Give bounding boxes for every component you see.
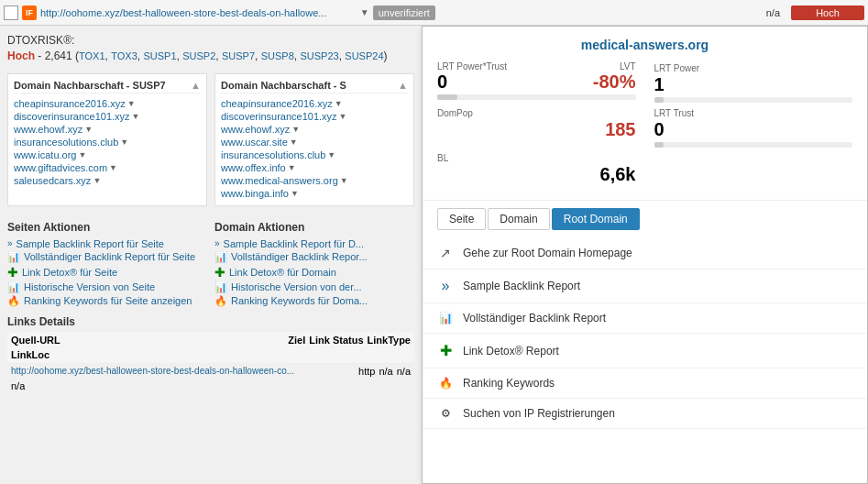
sample-backlink-report-seite[interactable]: » Sample Backlink Report für Seite bbox=[7, 237, 207, 250]
link-dropdown[interactable]: ▼ bbox=[291, 125, 300, 134]
list-item: www.giftadvices.com▼ bbox=[14, 161, 201, 174]
dtox-link-susp23[interactable]: SUSP23 bbox=[300, 50, 338, 61]
link-dropdown[interactable]: ▼ bbox=[291, 189, 299, 198]
menu-item-text: Link Detox® Report bbox=[463, 345, 852, 358]
menu-item-text: Suchen von IP Registrierungen bbox=[463, 407, 852, 420]
tab-seite[interactable]: Seite bbox=[437, 208, 486, 230]
link-dropdown[interactable]: ▼ bbox=[327, 150, 335, 160]
menu-item-goto-root[interactable]: ↗ Gehe zur Root Domain Homepage bbox=[423, 237, 867, 270]
link-dropdown[interactable]: ▼ bbox=[78, 150, 86, 160]
domain-susp-s-section: Domain Nachbarschaft - S ▲ cheapinsuranc… bbox=[214, 73, 414, 206]
history-icon: 📊 bbox=[7, 281, 20, 293]
susp7-scroll-up[interactable]: ▲ bbox=[191, 80, 201, 91]
plus-circle-icon: ✚ bbox=[437, 342, 454, 359]
tab-domain[interactable]: Domain bbox=[488, 208, 549, 230]
ranking-keywords-seite[interactable]: 🔥 Ranking Keywords für Seite anzeigen bbox=[7, 294, 207, 308]
bar-chart-icon: 📊 bbox=[437, 312, 454, 324]
link-dropdown[interactable]: ▼ bbox=[339, 112, 347, 121]
menu-item-ip-registrierungen[interactable]: ⚙ Suchen von IP Registrierungen bbox=[423, 399, 867, 429]
list-item: saleusedcars.xyz▼ bbox=[14, 174, 201, 187]
link-dropdown[interactable]: ▼ bbox=[84, 125, 93, 134]
col-ziel: Ziel bbox=[288, 335, 305, 346]
row-checkbox[interactable] bbox=[4, 6, 18, 20]
domain-link[interactable]: cheapinsurance2016.xyz bbox=[221, 97, 333, 110]
domain-link[interactable]: insurancesolutions.club bbox=[221, 148, 325, 161]
link-dropdown[interactable]: ▼ bbox=[109, 163, 117, 172]
link-detox-seite[interactable]: ✚ Link Detox® für Seite bbox=[7, 264, 207, 280]
col-quell-url: Quell-URL bbox=[11, 335, 284, 346]
lrt-power-trust-label: LRT Power*Trust bbox=[437, 61, 507, 72]
seiten-aktionen: Seiten Aktionen » Sample Backlink Report… bbox=[7, 221, 207, 308]
domain-link[interactable]: www.medical-answers.org bbox=[221, 174, 338, 187]
link-dropdown[interactable]: ▼ bbox=[93, 176, 101, 185]
link-dropdown[interactable]: ▼ bbox=[127, 99, 136, 108]
link-dropdown[interactable]: ▼ bbox=[288, 163, 296, 172]
susp-s-scroll-up[interactable]: ▲ bbox=[398, 80, 408, 91]
link-dropdown[interactable]: ▼ bbox=[340, 176, 348, 185]
dtox-link-tox3[interactable]: TOX3 bbox=[111, 50, 137, 61]
vollstaendiger-backlink-report-seite[interactable]: 📊 Vollständiger Backlink Report für Seit… bbox=[7, 250, 207, 264]
domain-link[interactable]: www.offex.info bbox=[221, 161, 286, 174]
domain-link[interactable]: www.icatu.org bbox=[14, 148, 76, 161]
dtox-link-susp1[interactable]: SUSP1 bbox=[143, 50, 176, 61]
list-item: www.icatu.org▼ bbox=[14, 148, 201, 161]
domain-link[interactable]: cheapinsurance2016.xyz bbox=[14, 97, 126, 110]
dtox-link-susp24[interactable]: SUSP24 bbox=[345, 50, 383, 61]
list-item: www.uscar.site▼ bbox=[221, 136, 408, 148]
domain-link[interactable]: www.ehowf.xyz bbox=[14, 123, 82, 136]
popup-overlay: medical-answers.org LRT Power*Trust LVT … bbox=[422, 26, 868, 484]
col-linkloc: LinkLoc bbox=[11, 349, 284, 360]
domain-link[interactable]: www.binga.info bbox=[221, 187, 289, 200]
domain-link[interactable]: discoverinsurance101.xyz bbox=[221, 110, 337, 123]
col-link-status: Link Status bbox=[309, 335, 363, 346]
historische-version-seite[interactable]: 📊 Historische Version von Seite bbox=[7, 280, 207, 294]
link-dropdown[interactable]: ▼ bbox=[335, 99, 343, 108]
plus-icon: ✚ bbox=[214, 265, 225, 280]
links-details-header: Quell-URL Ziel Link Status LinkType Link… bbox=[7, 332, 414, 363]
menu-item-link-detox[interactable]: ✚ Link Detox® Report bbox=[423, 334, 867, 368]
domain-link[interactable]: www.ehowf.xyz bbox=[221, 123, 290, 136]
domain-link[interactable]: www.uscar.site bbox=[221, 136, 288, 148]
url-dropdown[interactable]: ▼ bbox=[360, 7, 369, 17]
fire-icon: 🔥 bbox=[437, 377, 454, 390]
domain-link[interactable]: saleusedcars.xyz bbox=[14, 174, 91, 187]
menu-item-text: Vollständiger Backlink Report bbox=[463, 312, 852, 324]
dtox-link-susp8[interactable]: SUSP8 bbox=[261, 50, 294, 61]
actions-columns: Seiten Aktionen » Sample Backlink Report… bbox=[7, 214, 414, 308]
sample-backlink-report-domain[interactable]: » Sample Backlink Report für D... bbox=[214, 237, 414, 250]
links-details-title: Links Details bbox=[7, 315, 414, 328]
row-url[interactable]: http://oohome.xyz/best-halloween-store-b… bbox=[11, 366, 355, 377]
list-item: insurancesolutions.club▼ bbox=[14, 136, 201, 148]
domain-link[interactable]: discoverinsurance101.xyz bbox=[14, 110, 130, 123]
lrt-trust-label: LRT Trust bbox=[654, 108, 695, 118]
link-dropdown[interactable]: ▼ bbox=[120, 138, 128, 147]
menu-item-sample-backlink[interactable]: » Sample Backlink Report bbox=[423, 270, 867, 303]
dtox-value: Hoch bbox=[7, 50, 35, 62]
historische-version-domain[interactable]: 📊 Historische Version von der... bbox=[214, 280, 414, 294]
link-detox-domain[interactable]: ✚ Link Detox® für Domain bbox=[214, 264, 414, 280]
chevron-icon: » bbox=[214, 238, 220, 248]
row-loc: n/a bbox=[11, 380, 355, 391]
menu-item-ranking-keywords[interactable]: 🔥 Ranking Keywords bbox=[423, 368, 867, 399]
domain-link[interactable]: www.giftadvices.com bbox=[14, 161, 107, 174]
menu-item-vollstaendiger-backlink[interactable]: 📊 Vollständiger Backlink Report bbox=[423, 303, 867, 334]
list-item: www.ehowf.xyz▼ bbox=[14, 123, 201, 136]
chart-icon: 📊 bbox=[7, 251, 20, 263]
link-dropdown[interactable]: ▼ bbox=[132, 112, 140, 121]
popup-domain[interactable]: medical-answers.org bbox=[437, 38, 852, 52]
row-ziel: http bbox=[358, 366, 375, 377]
lrt-power-trust-bar bbox=[437, 94, 636, 100]
dtox-link-susp7[interactable]: SUSP7 bbox=[222, 50, 255, 61]
dtox-link-susp2[interactable]: SUSP2 bbox=[182, 50, 215, 61]
vollstaendiger-backlink-domain[interactable]: 📊 Vollständiger Backlink Repor... bbox=[214, 250, 414, 264]
page-url[interactable]: http://oohome.xyz/best-halloween-store-b… bbox=[40, 7, 357, 18]
dtox-label: DTOXRISK®: bbox=[7, 34, 74, 47]
domain-columns: Domain Nachbarschaft - SUSP7 ▲ cheapinsu… bbox=[7, 73, 414, 206]
link-dropdown[interactable]: ▼ bbox=[290, 138, 298, 147]
domain-link[interactable]: insurancesolutions.club bbox=[14, 136, 118, 148]
dtox-link-tox1[interactable]: TOX1 bbox=[79, 50, 105, 61]
popup-header: medical-answers.org LRT Power*Trust LVT … bbox=[423, 27, 867, 201]
ranking-keywords-domain[interactable]: 🔥 Ranking Keywords für Doma... bbox=[214, 294, 414, 308]
tab-root-domain[interactable]: Root Domain bbox=[552, 208, 640, 230]
list-item: discoverinsurance101.xyz▼ bbox=[221, 110, 408, 123]
